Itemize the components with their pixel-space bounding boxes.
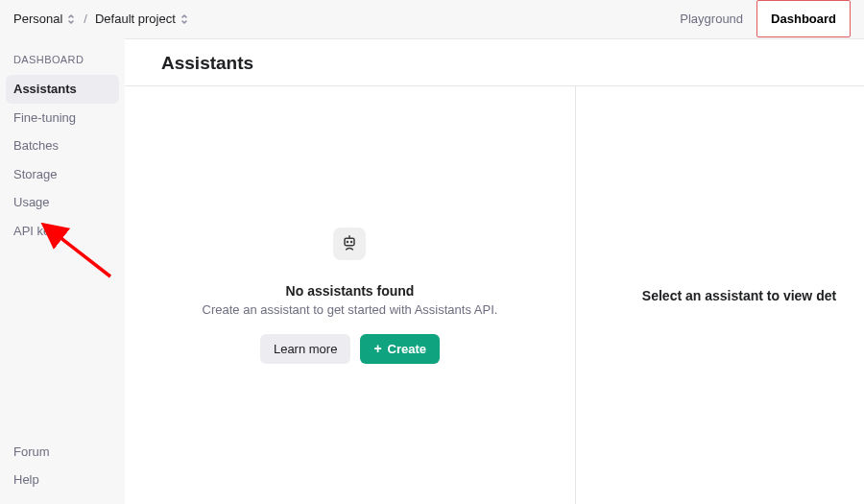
- plus-icon: +: [373, 342, 381, 355]
- sidebar-item-assistants[interactable]: Assistants: [6, 75, 119, 104]
- assistants-list-panel: No assistants found Create an assistant …: [125, 86, 576, 504]
- learn-more-label: Learn more: [274, 342, 337, 356]
- tab-playground[interactable]: Playground: [666, 0, 756, 37]
- content: No assistants found Create an assistant …: [125, 86, 864, 504]
- page-title: Assistants: [161, 53, 828, 74]
- create-label: Create: [388, 342, 426, 356]
- sidebar-item-label: Usage: [13, 195, 50, 209]
- sidebar-list: Assistants Fine-tuning Batches Storage U…: [6, 75, 119, 246]
- tab-dashboard-label: Dashboard: [771, 12, 836, 26]
- create-button[interactable]: + Create: [360, 334, 440, 364]
- top-nav: Playground Dashboard: [666, 0, 851, 37]
- sidebar: DASHBOARD Assistants Fine-tuning Batches…: [0, 38, 125, 504]
- org-selector[interactable]: Personal: [13, 12, 76, 26]
- tab-playground-label: Playground: [680, 12, 743, 26]
- sidebar-header: DASHBOARD: [6, 54, 119, 75]
- sidebar-item-forum[interactable]: Forum: [6, 438, 119, 467]
- sidebar-item-batches[interactable]: Batches: [6, 132, 119, 160]
- sidebar-item-label: Forum: [13, 444, 50, 459]
- sidebar-item-storage[interactable]: Storage: [6, 160, 119, 189]
- svg-point-3: [351, 241, 352, 242]
- sidebar-item-label: Assistants: [13, 82, 77, 96]
- empty-subtitle: Create an assistant to get started with …: [203, 302, 498, 317]
- sidebar-item-fine-tuning[interactable]: Fine-tuning: [6, 104, 119, 132]
- empty-actions: Learn more + Create: [260, 334, 440, 364]
- sidebar-item-help[interactable]: Help: [6, 466, 119, 494]
- top-bar: Personal / Default project Playground Da…: [0, 0, 864, 38]
- sidebar-item-label: Batches: [13, 138, 59, 153]
- chevron-sort-icon: [180, 13, 189, 25]
- sidebar-footer: Forum Help: [6, 438, 119, 494]
- svg-rect-0: [345, 238, 354, 246]
- sidebar-item-label: Help: [13, 472, 39, 487]
- sidebar-item-label: Fine-tuning: [13, 110, 76, 125]
- project-selector[interactable]: Default project: [95, 12, 189, 26]
- chevron-sort-icon: [66, 13, 76, 25]
- sidebar-item-api-keys[interactable]: API keys: [6, 217, 119, 246]
- sidebar-item-label: API keys: [13, 224, 62, 238]
- page-header: Assistants: [125, 39, 864, 86]
- empty-state: No assistants found Create an assistant …: [203, 228, 498, 364]
- learn-more-button[interactable]: Learn more: [260, 334, 350, 364]
- project-selector-label: Default project: [95, 12, 176, 26]
- sidebar-item-usage[interactable]: Usage: [6, 188, 119, 217]
- breadcrumb: Personal / Default project: [13, 12, 189, 26]
- breadcrumb-separator: /: [82, 12, 89, 26]
- empty-title: No assistants found: [286, 283, 415, 299]
- detail-placeholder: Select an assistant to view det: [604, 288, 836, 303]
- main: Assistants No assistants found: [125, 38, 864, 504]
- tab-dashboard[interactable]: Dashboard: [756, 0, 851, 37]
- sidebar-item-label: Storage: [13, 167, 58, 181]
- svg-point-2: [348, 241, 348, 242]
- org-selector-label: Personal: [13, 12, 62, 26]
- robot-icon: [333, 228, 366, 260]
- assistant-detail-panel: Select an assistant to view det: [576, 86, 864, 504]
